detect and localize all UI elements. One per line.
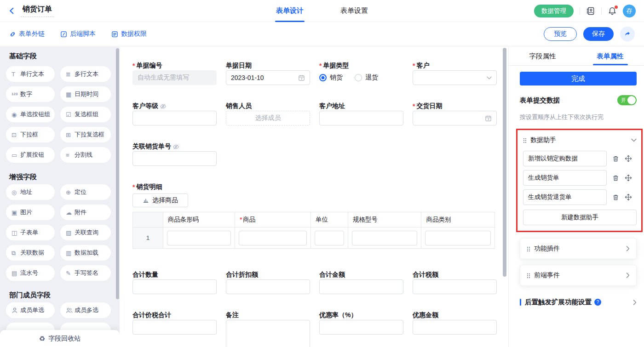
preview-button[interactable]: 预览 [544, 27, 577, 41]
barcode-cell-input[interactable] [167, 231, 231, 245]
total-with-tax-input[interactable] [132, 320, 217, 335]
assistant-item-name[interactable]: 新增以销定购数据 [523, 151, 607, 166]
field-total-tax[interactable]: 合计税额 [413, 270, 497, 294]
chevron-down-icon[interactable] [631, 138, 637, 142]
tab-field-properties[interactable]: 字段属性 [509, 47, 576, 65]
field-delivery-date[interactable]: *交货日期 [413, 102, 497, 125]
field-doc-number[interactable]: *单据编号 自动生成无需填写 [132, 61, 217, 85]
field-pill-member-multi[interactable]: 成员多选 [60, 302, 111, 318]
tab-form-properties[interactable]: 表单属性 [576, 47, 644, 65]
field-pill-address[interactable]: ◎地址 [6, 184, 55, 200]
field-pill-select[interactable]: ⊡下拉框 [6, 127, 55, 142]
help-icon[interactable]: ? [594, 299, 601, 306]
backend-script-button[interactable]: 后端脚本 [60, 30, 96, 38]
customer-select[interactable] [413, 70, 497, 85]
delivery-date-input[interactable] [413, 111, 497, 125]
post-trigger-settings[interactable]: 后置触发扩展功能设置 ? [520, 298, 637, 307]
move-icon[interactable] [625, 155, 632, 162]
form-external-link-button[interactable]: 表单外链 [9, 30, 45, 38]
field-pill-multi-line-text[interactable]: ≣多行文本 [60, 66, 111, 82]
new-assistant-button[interactable]: 新建数据助手 [523, 210, 637, 225]
field-linked-sales-no[interactable]: 关联销货单号 [132, 142, 217, 166]
customer-level-input[interactable] [132, 111, 217, 125]
delete-icon[interactable] [612, 155, 619, 162]
field-total-qty[interactable]: 合计数量 [132, 270, 217, 294]
field-pill-serial-number[interactable]: ▤流水号 [6, 265, 55, 281]
field-pill-linked-data[interactable]: ⧉关联数据 [6, 245, 55, 261]
field-pill-radio-group[interactable]: ◉单选按钮组 [6, 107, 55, 122]
tab-form-settings[interactable]: 表单设置 [340, 0, 368, 22]
field-pill-signature[interactable]: ✎手写签名 [60, 265, 111, 281]
contact-book-icon[interactable] [586, 6, 595, 16]
assistant-item-name[interactable]: 生成销货退货单 [523, 189, 607, 205]
select-product-button[interactable]: 选择商品 [132, 193, 188, 207]
field-pill-member-single[interactable]: 成员单选 [6, 302, 55, 318]
drag-handle-icon[interactable] [527, 273, 530, 278]
field-pill-number[interactable]: 123数字 [6, 86, 55, 102]
assistant-item-name[interactable]: 生成销货单 [523, 170, 607, 186]
field-pill-attachment[interactable]: ☁附件 [60, 205, 111, 220]
field-pill-data-load[interactable]: ▥数据加载 [60, 245, 111, 261]
field-pill-location[interactable]: ⊕定位 [60, 184, 111, 200]
field-total-with-tax[interactable]: 合计价税合计 [132, 311, 217, 347]
field-total-discount[interactable]: 合计折扣额 [226, 270, 310, 294]
customer-address-input[interactable] [319, 111, 403, 125]
move-icon[interactable] [625, 193, 632, 201]
radio-return[interactable]: 退货 [355, 74, 378, 82]
category-cell-input[interactable] [425, 231, 491, 245]
total-tax-input[interactable] [413, 279, 497, 294]
field-doc-date[interactable]: 单据日期 2023-01-10 [226, 61, 310, 85]
delete-icon[interactable] [612, 175, 619, 182]
total-discount-input[interactable] [226, 279, 310, 294]
field-pill-divider[interactable]: ≡分割线 [60, 147, 111, 163]
data-manage-button[interactable]: 数据管理 [534, 5, 574, 17]
remark-textarea[interactable] [226, 320, 310, 347]
back-button[interactable] [8, 7, 16, 15]
save-button[interactable]: 保存 [583, 27, 614, 41]
canvas-scrollbar[interactable] [503, 48, 506, 277]
doc-number-input[interactable]: 自动生成无需填写 [132, 70, 217, 85]
field-sales-person[interactable]: 销售人员 选择成员 [226, 102, 310, 125]
field-customer-level[interactable]: 客户等级 [132, 102, 217, 125]
data-assistant-header[interactable]: 数据助手 [523, 133, 637, 147]
total-qty-input[interactable] [132, 279, 217, 294]
field-recycle-bin[interactable]: ♻ 字段回收站 [0, 330, 120, 347]
share-button[interactable] [620, 27, 635, 41]
done-button[interactable]: 完成 [520, 72, 637, 85]
field-pill-multi-select[interactable]: ⊞下拉复选框 [60, 127, 111, 142]
sales-person-picker[interactable]: 选择成员 [226, 111, 310, 125]
field-remark[interactable]: 备注 [226, 311, 310, 347]
notification-bell-icon[interactable] [608, 6, 617, 16]
doc-date-input[interactable]: 2023-01-10 [226, 70, 310, 85]
data-permission-button[interactable]: 数据权限 [111, 30, 147, 38]
linked-sales-no-input[interactable] [132, 151, 217, 166]
field-customer-address[interactable]: 客户地址 [319, 102, 403, 125]
function-plugin-card[interactable]: 功能插件 [520, 238, 637, 259]
drag-handle-icon[interactable] [527, 246, 530, 251]
field-pill-image[interactable]: ▣图片 [6, 205, 55, 220]
field-pill-checkbox-group[interactable]: ☑复选框组 [60, 107, 111, 122]
field-pill-subform[interactable]: ◫子表单 [6, 225, 55, 240]
total-amount-input[interactable] [319, 279, 403, 294]
sidebar-scrollbar[interactable] [116, 48, 119, 299]
drag-handle-icon[interactable] [523, 138, 526, 143]
submit-toggle[interactable]: 开 [617, 95, 637, 105]
delete-icon[interactable] [612, 194, 619, 201]
radio-sales[interactable]: 销货 [319, 74, 343, 82]
frontend-events-card[interactable]: 前端事件 [520, 265, 637, 286]
discount-amount-input[interactable] [413, 320, 497, 335]
unit-cell-input[interactable] [315, 231, 344, 245]
discount-rate-input[interactable] [319, 320, 403, 335]
field-pill-single-line-text[interactable]: T单行文本 [6, 66, 55, 82]
product-cell-input[interactable] [239, 231, 307, 245]
avatar[interactable]: 存 [623, 5, 636, 17]
move-icon[interactable] [625, 174, 632, 182]
field-discount-rate[interactable]: 优惠率（%） [319, 311, 403, 347]
field-discount-amount[interactable]: 优惠金额 [413, 311, 497, 347]
page-title[interactable]: 销货订单 [21, 5, 54, 17]
field-pill-extend-button[interactable]: ▭扩展按钮 [6, 147, 55, 163]
field-pill-datetime[interactable]: ▦日期时间 [60, 86, 111, 102]
spec-cell-input[interactable] [352, 231, 418, 245]
field-customer[interactable]: *客户 [413, 61, 497, 85]
field-pill-linked-query[interactable]: ▧关联查询 [60, 225, 111, 240]
